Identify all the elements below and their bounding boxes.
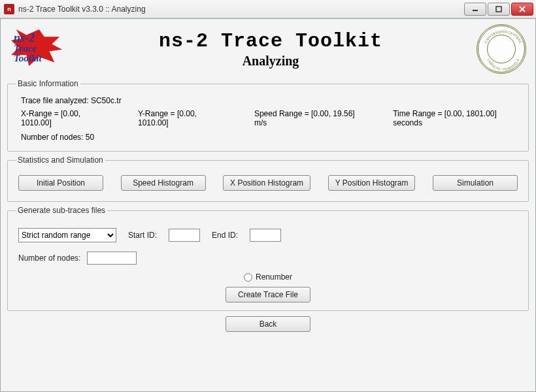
logo-line2: Trace: [14, 44, 42, 54]
svg-rect-1: [496, 7, 501, 12]
minimize-icon: [472, 6, 478, 12]
nodes-label: Number of nodes:: [21, 133, 83, 142]
logo-text: ns-2 Trace Toolkit: [14, 32, 42, 63]
window-body: ns-2 Trace Toolkit ns-2 Trace Toolkit An…: [0, 18, 536, 392]
trace-file-value: SC50c.tr: [91, 96, 122, 105]
close-icon: [519, 6, 526, 12]
svg-text:UNIVERSIDAD CENTRAL: UNIVERSIDAD CENTRAL: [484, 29, 523, 44]
time-range: Time Range = [0.00, 1801.00] seconds: [393, 109, 520, 127]
generate-center: Renumber Create Trace File: [16, 272, 520, 302]
page-subtitle: Analyzing: [65, 54, 477, 69]
stats-legend: Statistics and Simulation: [16, 155, 105, 165]
speed-histogram-button[interactable]: Speed Histogram: [121, 175, 206, 191]
simulation-button[interactable]: Simulation: [433, 175, 518, 191]
back-button[interactable]: Back: [226, 316, 310, 332]
stats-group: Statistics and Simulation Initial Positi…: [7, 155, 529, 202]
renumber-label: Renumber: [256, 272, 292, 282]
app-logo: ns-2 Trace Toolkit: [10, 28, 65, 70]
window-title: ns-2 Trace Toolkit v3.3.0 :: Analyzing: [18, 5, 463, 14]
title-block: ns-2 Trace Toolkit Analyzing: [65, 30, 477, 69]
logo-line1: ns-2: [14, 32, 42, 44]
gen-nodes-label: Number of nodes:: [18, 253, 80, 263]
titlebar: n ns-2 Trace Toolkit v3.3.0 :: Analyzing: [0, 0, 536, 18]
stats-buttons-row: Initial Position Speed Histogram X Posit…: [16, 170, 520, 193]
footer: Back: [7, 316, 529, 332]
end-id-input[interactable]: [250, 229, 281, 242]
range-mode-select[interactable]: Strict random range: [18, 228, 116, 242]
svg-text:CARACAS · VENEZUELA: CARACAS · VENEZUELA: [487, 58, 520, 71]
window-buttons: [463, 3, 533, 16]
maximize-button[interactable]: [488, 3, 510, 16]
ranges-row: X-Range = [0.00, 1010.00] Y-Range = [0.0…: [21, 109, 520, 127]
basic-info-legend: Basic Information: [16, 79, 80, 88]
basic-info-group: Basic Information Trace file analyzed: S…: [7, 79, 529, 152]
generate-legend: Generate sub-traces files: [16, 206, 107, 215]
minimize-button[interactable]: [464, 3, 486, 16]
renumber-row: Renumber: [244, 272, 292, 282]
app-icon: n: [4, 4, 14, 14]
y-range: Y-Range = [0.00, 1010.00]: [138, 109, 224, 127]
trace-file-row: Trace file analyzed: SC50c.tr: [21, 96, 520, 105]
nodes-value: 50: [86, 133, 94, 142]
start-id-label: Start ID:: [128, 231, 157, 240]
nodes-row: Number of nodes: 50: [21, 133, 520, 142]
logo-line3: Toolkit: [14, 54, 42, 63]
close-button[interactable]: [511, 3, 533, 16]
generate-row2: Number of nodes:: [16, 248, 520, 266]
speed-range: Speed Range = [0.00, 19.56] m/s: [254, 109, 363, 127]
university-seal-icon: UNIVERSIDAD CENTRAL CARACAS · VENEZUELA: [477, 24, 526, 74]
y-position-histogram-button[interactable]: Y Position Histogram: [328, 175, 416, 191]
start-id-input[interactable]: [169, 229, 200, 242]
initial-position-button[interactable]: Initial Position: [18, 175, 103, 191]
generate-group: Generate sub-traces files Strict random …: [7, 206, 529, 311]
x-range: X-Range = [0.00, 1010.00]: [21, 109, 108, 127]
page-title: ns-2 Trace Toolkit: [65, 30, 477, 52]
renumber-radio[interactable]: [244, 273, 252, 282]
maximize-icon: [495, 6, 502, 12]
end-id-label: End ID:: [212, 231, 238, 240]
header: ns-2 Trace Toolkit ns-2 Trace Toolkit An…: [7, 24, 529, 75]
trace-file-label: Trace file analyzed:: [21, 96, 89, 105]
create-trace-button[interactable]: Create Trace File: [226, 287, 310, 302]
x-position-histogram-button[interactable]: X Position Histogram: [223, 175, 310, 191]
generate-row1: Strict random range Start ID: End ID:: [16, 220, 520, 248]
gen-nodes-input[interactable]: [87, 252, 137, 265]
